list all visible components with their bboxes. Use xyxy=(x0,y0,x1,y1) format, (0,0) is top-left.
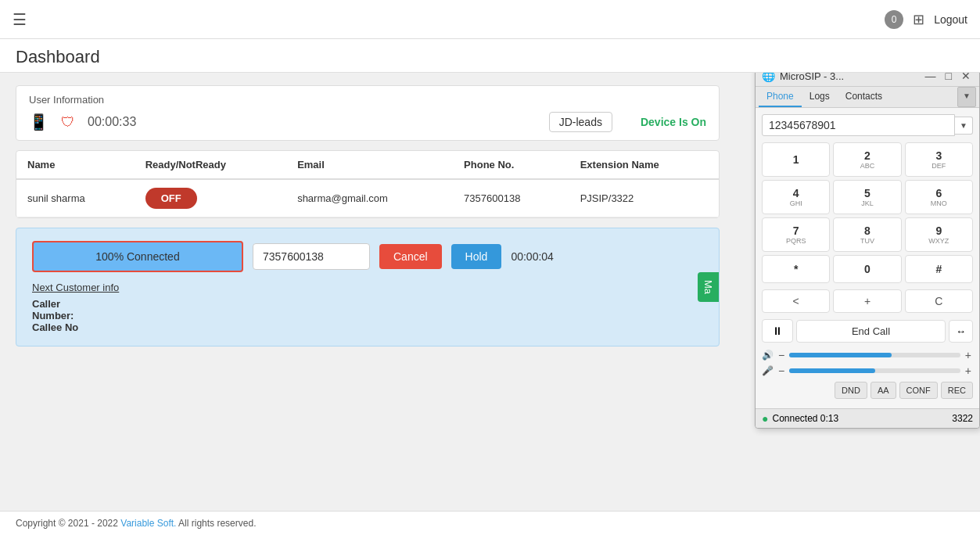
tab-contacts[interactable]: Contacts xyxy=(838,87,890,107)
speaker-fill xyxy=(789,353,892,357)
notification-badge[interactable]: 0 xyxy=(885,10,903,29)
page-title-bar: Dashboard xyxy=(0,39,980,73)
keypad-key-7[interactable]: 7PQRS xyxy=(762,217,830,252)
keypad-key-2[interactable]: 2ABC xyxy=(833,142,901,177)
action-row: < + C xyxy=(762,289,973,313)
globe-icon: 🌐 xyxy=(762,73,775,82)
cell-status: OFF xyxy=(135,179,286,217)
user-info-icons: 📱 🛡 00:00:33 xyxy=(29,113,136,131)
bottom-btn-rec[interactable]: REC xyxy=(941,382,973,399)
keypad-key-6[interactable]: 6MNO xyxy=(905,180,973,214)
col-ready: Ready/NotReady xyxy=(135,151,286,179)
restore-button[interactable]: □ xyxy=(943,73,954,82)
keypad-key-0[interactable]: 0 xyxy=(833,255,901,283)
microsip-bottom-buttons: DNDAACONFREC xyxy=(762,382,973,399)
cell-name: sunil sharma xyxy=(16,179,135,217)
dial-input[interactable] xyxy=(762,114,955,136)
keypad-key-4[interactable]: 4GHI xyxy=(762,180,830,214)
microsip-body: ▼ 12ABC3DEF4GHI5JKL6MNO7PQRS8TUV9WXYZ*0#… xyxy=(756,108,979,408)
status-text: Connected 0:13 xyxy=(772,413,838,424)
menu-icon[interactable]: ☰ xyxy=(13,10,27,29)
logout-button[interactable]: Logout xyxy=(934,13,967,26)
table-card: Name Ready/NotReady Email Phone No. Exte… xyxy=(16,150,720,218)
bottom-btn-dnd[interactable]: DND xyxy=(835,382,867,399)
callee-label: Callee No xyxy=(32,321,78,333)
number-label: Number: xyxy=(32,310,74,321)
transfer-button[interactable]: ↔ xyxy=(949,320,973,343)
keypad-key-9[interactable]: 9WXYZ xyxy=(905,217,973,252)
topbar-right: 0 ⊞ Logout xyxy=(885,10,967,29)
call-panel: 100% Connected Cancel Hold 00:00:04 Next… xyxy=(16,228,720,346)
microsip-titlebar: 🌐 MicroSIP - 3... — □ ✕ xyxy=(756,73,979,87)
topbar-left: ☰ xyxy=(13,10,27,29)
hold-button[interactable]: Hold xyxy=(451,244,502,269)
topbar: ☰ 0 ⊞ Logout xyxy=(0,0,980,39)
cell-extension: PJSIP/3322 xyxy=(569,179,719,217)
mic-fill xyxy=(789,368,874,373)
tab-logs[interactable]: Logs xyxy=(802,87,838,107)
caller-label: Caller xyxy=(32,298,60,310)
call-timer: 00:00:04 xyxy=(511,250,554,263)
bottom-btn-aa[interactable]: AA xyxy=(871,382,896,399)
status-left: ● Connected 0:13 xyxy=(762,412,838,425)
session-timer: 00:00:33 xyxy=(88,115,136,129)
connected-box: 100% Connected xyxy=(32,241,243,272)
grid-icon[interactable]: ⊞ xyxy=(913,11,924,28)
connected-icon: ● xyxy=(762,412,768,425)
ma-button[interactable]: Ma xyxy=(698,272,719,302)
mic-plus[interactable]: + xyxy=(964,364,973,377)
speaker-slider[interactable] xyxy=(789,353,960,357)
keypad-key-8[interactable]: 8TUV xyxy=(833,217,901,252)
tab-phone[interactable]: Phone xyxy=(759,87,802,107)
cancel-button[interactable]: Cancel xyxy=(379,244,442,269)
microsip-window: 🌐 MicroSIP - 3... — □ ✕ Phone Logs Conta… xyxy=(755,73,980,429)
page-title: Dashboard xyxy=(16,47,964,67)
microsip-title: MicroSIP - 3... xyxy=(780,73,844,82)
keypad-key-hash[interactable]: # xyxy=(905,255,973,283)
call-row: 100% Connected Cancel Hold 00:00:04 xyxy=(32,241,703,272)
keypad-key-5[interactable]: 5JKL xyxy=(833,180,901,214)
end-call-button[interactable]: End Call xyxy=(796,320,946,343)
mic-slider[interactable] xyxy=(789,368,960,373)
plus-button[interactable]: + xyxy=(833,289,901,313)
cell-phone: 7357600138 xyxy=(453,179,569,217)
extension-number: 3322 xyxy=(952,413,973,424)
bottom-btn-conf[interactable]: CONF xyxy=(899,382,938,399)
device-status: Device Is On xyxy=(641,116,706,128)
keypad: 12ABC3DEF4GHI5JKL6MNO7PQRS8TUV9WXYZ*0# xyxy=(762,142,973,283)
status-toggle-button[interactable]: OFF xyxy=(145,188,197,209)
keypad-key-star[interactable]: * xyxy=(762,255,830,283)
microsip-statusbar: ● Connected 0:13 3322 xyxy=(756,408,979,428)
user-info-label: User Information xyxy=(29,94,706,106)
keypad-key-1[interactable]: 1 xyxy=(762,142,830,177)
col-extension: Extension Name xyxy=(569,151,719,179)
user-table: Name Ready/NotReady Email Phone No. Exte… xyxy=(16,151,719,217)
dial-dropdown-button[interactable]: ▼ xyxy=(955,117,973,135)
col-name: Name xyxy=(16,151,135,179)
speaker-minus[interactable]: − xyxy=(777,349,786,361)
window-controls: — □ ✕ xyxy=(923,73,973,82)
speaker-plus[interactable]: + xyxy=(964,349,973,361)
minimize-button[interactable]: — xyxy=(923,73,939,82)
mic-minus[interactable]: − xyxy=(777,364,786,377)
tab-dropdown[interactable]: ▼ xyxy=(957,87,976,107)
microsip-tabs: Phone Logs Contacts ▼ xyxy=(756,87,979,108)
campaign-badge: JD-leads xyxy=(549,112,612,132)
phone-number-display[interactable] xyxy=(253,243,370,270)
user-info-right: JD-leads Device Is On xyxy=(549,112,706,132)
col-phone: Phone No. xyxy=(453,151,569,179)
main-content: User Information 📱 🛡 00:00:33 JD-leads D… xyxy=(0,73,980,508)
keypad-key-3[interactable]: 3DEF xyxy=(905,142,973,177)
clear-button[interactable]: C xyxy=(905,289,973,313)
next-customer-link[interactable]: Next Customer info xyxy=(32,282,703,293)
backspace-button[interactable]: < xyxy=(762,289,830,313)
cell-email: sharma@gmail.com xyxy=(286,179,453,217)
user-info-card: User Information 📱 🛡 00:00:33 JD-leads D… xyxy=(16,85,720,141)
close-button[interactable]: ✕ xyxy=(959,73,973,82)
shield-icon: 🛡 xyxy=(61,114,75,131)
pause-button[interactable]: ⏸ xyxy=(762,319,793,343)
microsip-title-left: 🌐 MicroSIP - 3... xyxy=(762,73,844,82)
mic-volume-row: 🎤 − + xyxy=(762,364,973,377)
next-customer-section: Next Customer info Caller Number: Callee… xyxy=(32,282,703,333)
mic-icon: 🎤 xyxy=(762,365,774,376)
